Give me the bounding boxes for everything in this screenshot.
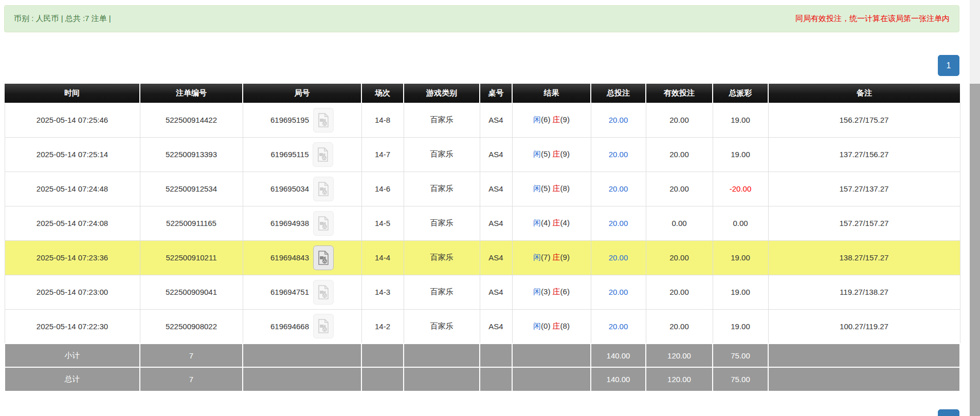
payout-cell: -20.00 xyxy=(713,172,768,206)
payout-cell: 0.00 xyxy=(713,206,768,240)
time-cell: 2025-05-14 07:24:48 xyxy=(5,172,140,206)
round-id-cell: 619694668 xyxy=(243,309,361,344)
video-replay-button[interactable] xyxy=(313,245,334,270)
game-type-cell: 百家乐 xyxy=(404,103,480,137)
total-payout: 75.00 xyxy=(713,367,768,391)
session-cell: 14-2 xyxy=(361,309,404,344)
payout-cell: 19.00 xyxy=(713,240,768,275)
round-id-cell: 619694751 xyxy=(243,275,361,309)
video-file-icon xyxy=(317,182,330,196)
result-cell: 闲(5) 庄(8) xyxy=(512,172,591,206)
video-file-icon xyxy=(317,216,330,231)
total-bet-link[interactable]: 20.00 xyxy=(609,219,628,228)
bet-id-cell: 522500914422 xyxy=(140,103,243,137)
valid-bet-cell: 20.00 xyxy=(646,172,713,206)
result-player-label: 闲 xyxy=(533,253,541,261)
result-banker-score: (9) xyxy=(560,115,570,124)
round-id: 619694843 xyxy=(270,253,309,262)
bet-id-cell: 522500910211 xyxy=(140,240,243,275)
video-replay-button[interactable] xyxy=(313,108,334,133)
column-header: 总派彩 xyxy=(713,84,768,103)
table-row: 2025-05-14 07:24:08 522500911165 6196949… xyxy=(5,206,960,240)
valid-bet-cell: 20.00 xyxy=(646,137,713,172)
pagination-bottom: 1 xyxy=(4,409,959,416)
table-row: 2025-05-14 07:24:48 522500912534 6196950… xyxy=(5,172,960,206)
table-no-cell: AS4 xyxy=(480,137,512,172)
session-cell: 14-8 xyxy=(361,103,404,137)
round-id-cell: 619695034 xyxy=(243,172,361,206)
total-bet-link[interactable]: 20.00 xyxy=(609,253,628,262)
round-id-cell: 619695195 xyxy=(243,103,361,137)
result-player-score: (5) xyxy=(541,149,550,158)
video-replay-button[interactable] xyxy=(313,280,334,305)
remark-cell: 100.27/119.27 xyxy=(768,309,960,344)
page-1-button-bottom[interactable]: 1 xyxy=(938,409,959,416)
result-banker-label: 庄 xyxy=(553,287,560,296)
result-banker-label: 庄 xyxy=(553,322,560,330)
time-cell: 2025-05-14 07:24:08 xyxy=(5,206,140,240)
bet-id-cell: 522500913393 xyxy=(140,137,243,172)
pagination-top: 1 xyxy=(4,55,959,76)
result-cell: 闲(6) 庄(9) xyxy=(512,103,591,137)
round-id-cell: 619694938 xyxy=(243,206,361,240)
column-header: 游戏类别 xyxy=(404,84,480,103)
total-bet-link[interactable]: 20.00 xyxy=(609,116,628,124)
session-cell: 14-7 xyxy=(361,137,404,172)
total-bet-link[interactable]: 20.00 xyxy=(609,322,628,331)
table-row: 2025-05-14 07:23:36 522500910211 6196948… xyxy=(5,240,960,275)
result-player-label: 闲 xyxy=(533,218,541,227)
valid-bet-cell: 0.00 xyxy=(646,206,713,240)
payout-cell: 19.00 xyxy=(713,309,768,344)
game-type-cell: 百家乐 xyxy=(404,240,480,275)
payout-cell: 19.00 xyxy=(713,103,768,137)
round-id: 619695195 xyxy=(270,116,309,124)
round-id-cell: 619695115 xyxy=(243,137,361,172)
video-replay-button[interactable] xyxy=(313,211,334,236)
total-bet-link[interactable]: 20.00 xyxy=(609,288,628,296)
time-cell: 2025-05-14 07:22:30 xyxy=(5,309,140,344)
result-banker-score: (9) xyxy=(560,253,570,261)
round-id: 619695034 xyxy=(270,184,309,193)
video-replay-button[interactable] xyxy=(313,177,334,201)
video-replay-button[interactable] xyxy=(313,142,333,167)
remark-cell: 156.27/175.27 xyxy=(768,103,960,137)
valid-bet-cell: 20.00 xyxy=(646,240,713,275)
table-no-cell: AS4 xyxy=(480,206,512,240)
valid-bet-cell: 20.00 xyxy=(646,309,713,344)
time-cell: 2025-05-14 07:23:36 xyxy=(5,240,140,275)
result-banker-label: 庄 xyxy=(553,149,560,158)
video-replay-button[interactable] xyxy=(313,314,334,338)
result-player-label: 闲 xyxy=(533,149,541,158)
subtotal-payout: 75.00 xyxy=(713,344,768,367)
total-bet-cell: 20.00 xyxy=(591,103,646,137)
column-header: 备注 xyxy=(768,84,960,103)
bet-id-cell: 522500909041 xyxy=(140,275,243,309)
result-player-score: (3) xyxy=(541,287,550,296)
total-bet-cell: 20.00 xyxy=(591,172,646,206)
bet-id-cell: 522500908022 xyxy=(140,309,243,344)
table-no-cell: AS4 xyxy=(480,309,512,344)
page: 币别 : 人民币 | 总共 :7 注单 | 同局有效投注，统一计算在该局第一张注… xyxy=(0,0,969,416)
total-bet-link[interactable]: 20.00 xyxy=(609,150,628,159)
total-valid-bet: 120.00 xyxy=(646,367,713,391)
subtotal-valid-bet: 120.00 xyxy=(646,344,713,367)
table-no-cell: AS4 xyxy=(480,240,512,275)
remark-cell: 138.27/157.27 xyxy=(768,240,960,275)
valid-bet-cell: 20.00 xyxy=(646,275,713,309)
game-type-cell: 百家乐 xyxy=(404,172,480,206)
table-row: 2025-05-14 07:22:30 522500908022 6196946… xyxy=(5,309,960,344)
table-no-cell: AS4 xyxy=(480,172,512,206)
result-player-score: (5) xyxy=(541,184,550,193)
round-id: 619694668 xyxy=(270,322,309,331)
result-cell: 闲(0) 庄(8) xyxy=(512,309,591,344)
result-cell: 闲(7) 庄(9) xyxy=(512,240,591,275)
total-bet-link[interactable]: 20.00 xyxy=(609,184,628,193)
result-player-score: (4) xyxy=(541,218,550,227)
column-header: 有效投注 xyxy=(646,84,713,103)
video-file-icon xyxy=(317,251,330,265)
subtotal-total-bet: 140.00 xyxy=(591,344,646,367)
remark-cell: 119.27/138.27 xyxy=(768,275,960,309)
subtotal-label: 小计 xyxy=(5,344,140,367)
page-1-button-top[interactable]: 1 xyxy=(938,55,959,76)
scrollbar-thumb[interactable] xyxy=(970,84,980,416)
